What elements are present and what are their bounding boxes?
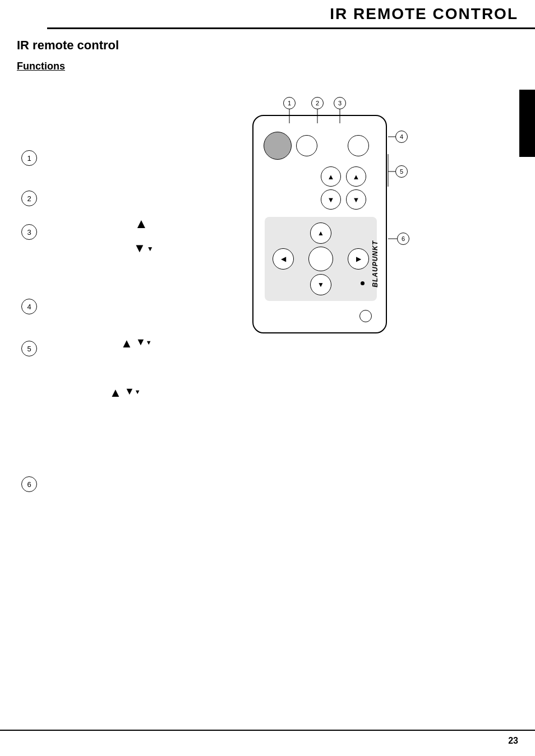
nav-pad: ▲ ▼ ◀ ▶ <box>265 217 377 301</box>
functions-heading: Functions <box>17 61 65 72</box>
callout-1: 1 <box>283 97 296 109</box>
eject-up-icon-5: ▲ <box>121 336 133 351</box>
eject-up-icon-area: ▲ <box>109 386 122 400</box>
callout-3: 3 <box>334 97 346 109</box>
nav-down-btn[interactable]: ▼ <box>310 274 331 295</box>
label-5: 5 <box>21 341 37 356</box>
page-title: IR remote control <box>17 38 119 53</box>
nav-center-btn[interactable] <box>308 247 333 271</box>
eject-down-icon-3: ▼ ▼ <box>133 241 154 256</box>
nav-left-btn[interactable]: ◀ <box>273 248 294 270</box>
label-1: 1 <box>21 150 37 166</box>
remote-bottom-circle <box>359 310 372 322</box>
brand-dot <box>361 281 365 285</box>
eject-down-icon-5: ▼▼ <box>136 336 152 348</box>
remote-body: ▲ ▼ ▲ ▼ ▲ ▼ ◀ ▶ BLAUPUNKT <box>252 115 387 333</box>
vol-down-btn[interactable]: ▼ <box>321 189 341 210</box>
remote-diagram: 1 2 3 ▲ ▼ ▲ ▼ ▲ ▼ ◀ ▶ <box>247 92 409 339</box>
page-header-title: IR REMOTE CONTROL <box>330 5 518 23</box>
nav-up-btn[interactable]: ▲ <box>310 222 331 244</box>
side-tab <box>519 90 535 157</box>
callout-5: 5 <box>395 165 408 178</box>
bottom-separator <box>0 730 535 731</box>
label-6: 6 <box>21 476 37 492</box>
callout-4: 4 <box>395 131 408 143</box>
header-bar: IR REMOTE CONTROL <box>47 0 535 29</box>
updown-col-2: ▲ ▼ <box>346 166 366 210</box>
tune-up-btn[interactable]: ▲ <box>346 166 366 187</box>
eject-up-icon-3: ▲ <box>135 216 148 231</box>
remote-btn-1[interactable] <box>264 132 292 160</box>
vol-up-btn[interactable]: ▲ <box>321 166 341 187</box>
remote-btn-2[interactable] <box>296 135 317 156</box>
callout-6: 6 <box>397 233 409 245</box>
label-4: 4 <box>21 299 37 314</box>
nav-right-btn[interactable]: ▶ <box>348 248 369 270</box>
updown-col-1: ▲ ▼ <box>321 166 341 210</box>
label-3: 3 <box>21 224 37 240</box>
label-2: 2 <box>21 191 37 206</box>
brand-text: BLAUPUNKT <box>371 240 379 287</box>
remote-btn-3[interactable] <box>348 135 369 156</box>
eject-down-icon-area: ▼▼ <box>124 386 141 397</box>
page-number: 23 <box>508 736 518 746</box>
tune-down-btn[interactable]: ▼ <box>346 189 366 210</box>
callout-2: 2 <box>311 97 324 109</box>
